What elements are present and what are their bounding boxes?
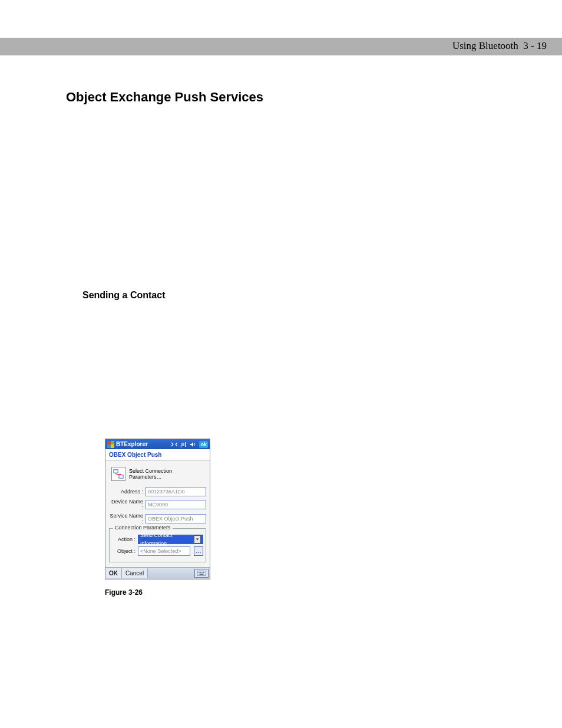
object-label: Object : (112, 548, 135, 554)
svg-rect-5 (200, 572, 201, 573)
chevron-down-icon[interactable] (194, 535, 201, 543)
action-select-value: Send Contact Information (140, 531, 192, 548)
window-title: BTExplorer (116, 441, 169, 447)
svg-rect-2 (119, 475, 123, 478)
ok-footer-button[interactable]: OK (105, 568, 122, 578)
address-input[interactable]: 00123736A1D0 (146, 487, 206, 496)
device-name-input[interactable]: MC9090 (146, 500, 206, 509)
svg-text:x: x (180, 444, 182, 448)
svg-rect-8 (200, 574, 204, 575)
service-name-label: Service Name : (109, 513, 143, 525)
svg-rect-3 (197, 571, 206, 576)
signal-icon[interactable]: x (180, 441, 187, 448)
keyboard-icon[interactable] (194, 569, 209, 578)
object-input[interactable]: <None Selected> (138, 546, 190, 556)
heading-1: Object Exchange Push Services (66, 90, 263, 105)
field-service-name: Service Name : OBEX Object Push (109, 513, 206, 525)
device-screenshot: BTExplorer x ok OBEX Object Push Select … (105, 439, 210, 579)
page-header-text: Using Bluetooth 3 - 19 (452, 40, 547, 52)
volume-icon[interactable] (190, 441, 197, 448)
window-body: Select Connection Parameters… Address : … (105, 461, 210, 570)
svg-rect-1 (114, 470, 118, 473)
device-name-label: Device Name : (109, 499, 143, 510)
window-subtitle: OBEX Object Push (105, 449, 210, 461)
instruction-row: Select Connection Parameters… (111, 467, 206, 481)
svg-rect-7 (203, 572, 204, 573)
field-action: Action : Send Contact Information (112, 535, 203, 544)
field-device-name: Device Name : MC9090 (109, 499, 206, 510)
instruction-text: Select Connection Parameters… (129, 468, 206, 480)
start-flag-icon[interactable] (107, 441, 114, 448)
svg-rect-6 (201, 572, 203, 573)
group-legend: Connection Parameters (113, 525, 173, 531)
action-label: Action : (112, 536, 135, 542)
action-select[interactable]: Send Contact Information (138, 535, 203, 544)
connection-icon (111, 467, 125, 481)
svg-rect-4 (199, 572, 200, 573)
field-address: Address : 00123736A1D0 (109, 487, 206, 496)
browse-button[interactable]: … (194, 546, 203, 556)
figure-caption: Figure 3-26 (105, 588, 143, 597)
heading-2: Sending a Contact (82, 290, 165, 301)
page: Using Bluetooth 3 - 19 Object Exchange P… (0, 0, 562, 728)
address-label: Address : (109, 489, 143, 495)
field-object: Object : <None Selected> … (112, 546, 203, 556)
service-name-input[interactable]: OBEX Object Push (146, 514, 206, 523)
window-titlebar: BTExplorer x ok (105, 439, 210, 449)
window-footer: OK Cancel (105, 567, 210, 579)
header-section: Using Bluetooth (452, 40, 518, 51)
connection-parameters-group: Connection Parameters Action : Send Cont… (109, 528, 206, 562)
header-page-number: 3 - 19 (523, 40, 547, 51)
page-header-band: Using Bluetooth 3 - 19 (0, 38, 562, 55)
ok-button[interactable]: ok (199, 441, 208, 448)
system-tray: x ok (171, 441, 208, 448)
connectivity-icon[interactable] (171, 441, 178, 448)
cancel-footer-button[interactable]: Cancel (122, 568, 148, 578)
